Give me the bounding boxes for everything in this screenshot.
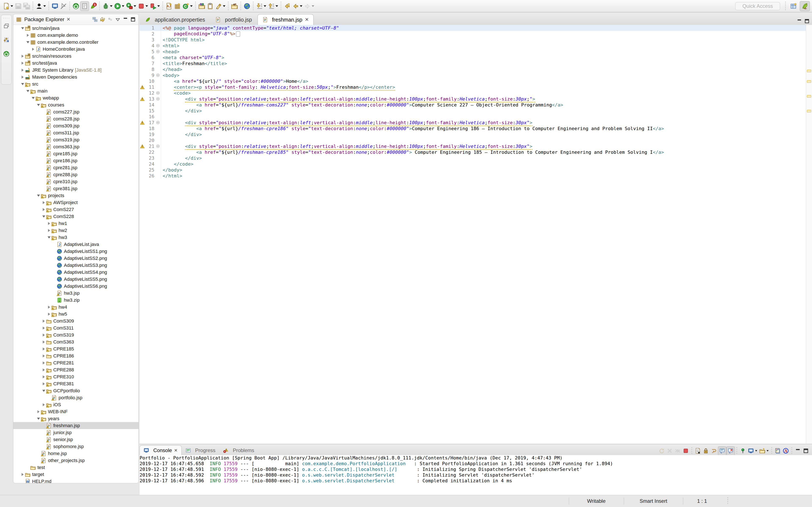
tree-item-src[interactable]: src [13, 80, 139, 88]
tree-collapsed-icon[interactable] [42, 361, 46, 364]
tree-item-HELP.md[interactable]: WHELP.md [13, 478, 139, 483]
tree-item-home.jsp[interactable]: home.jsp [13, 450, 139, 457]
relaunch-dropdown-icon[interactable] [157, 5, 160, 7]
tree-item-target[interactable]: target [13, 471, 139, 478]
viewmenu-icon[interactable] [114, 16, 121, 23]
wrap-button[interactable] [710, 447, 718, 455]
tree-expanded-icon[interactable] [20, 83, 25, 85]
user-dropdown-icon[interactable] [43, 5, 46, 7]
tree-collapsed-icon[interactable] [47, 306, 51, 308]
fold-collapse-icon[interactable] [155, 49, 161, 55]
tree-item-GCPportfolio[interactable]: GCPportfolio [13, 387, 139, 394]
console-tab-Problems[interactable]: Problems [219, 446, 258, 455]
tree-item-AdaptiveListSS5.png[interactable]: AdaptiveListSS5.png [13, 276, 139, 283]
clipboard-button[interactable] [206, 1, 214, 11]
tree-collapsed-icon[interactable] [42, 382, 46, 385]
highlighter-button[interactable] [214, 1, 223, 11]
power-button[interactable] [72, 1, 80, 11]
tree-expanded-icon[interactable] [42, 216, 46, 218]
tree-expanded-icon[interactable] [31, 97, 36, 99]
tree-item-cpre381.jsp[interactable]: cpre381.jsp [13, 185, 139, 192]
collapse-all-icon[interactable] [91, 16, 99, 23]
back-button[interactable] [291, 1, 300, 11]
tree-item-coms319.jsp[interactable]: coms319.jsp [13, 136, 139, 143]
drag-handle-icon[interactable]: ···· [3, 17, 10, 19]
fold-collapse-icon[interactable] [155, 72, 161, 78]
stop-dropdown-icon[interactable] [146, 5, 148, 7]
tree-collapsed-icon[interactable] [42, 376, 46, 378]
tree-item-AdaptiveListSS1.png[interactable]: AdaptiveListSS1.png [13, 248, 139, 255]
tree-item-CPRE185[interactable]: CPRE185 [13, 345, 139, 352]
persp-spring-button[interactable] [800, 1, 810, 11]
project-tree[interactable]: src/main/javacom.example.democom.example… [13, 25, 139, 483]
tree-item-cpre185.jsp[interactable]: cpre185.jsp [13, 150, 139, 157]
tree-item-hw5[interactable]: hw5 [13, 311, 139, 318]
boot-view-button[interactable] [2, 50, 11, 58]
restore-view-button[interactable] [2, 22, 11, 30]
editor-minimize-icon[interactable] [796, 17, 803, 25]
tree-item-JRE System Library[interactable]: JRE System Library[JavaSE-1.8] [13, 66, 139, 73]
import-button[interactable] [230, 1, 239, 11]
warning-marker[interactable] [807, 70, 811, 72]
tree-item-AdaptiveListSS6.png[interactable]: AdaptiveListSS6.png [13, 283, 139, 290]
close-tab-icon[interactable]: ✕ [174, 448, 177, 453]
editor-tab-portfolio.jsp[interactable]: portfolio.jsp [211, 14, 257, 25]
tree-item-years[interactable]: years [13, 415, 139, 422]
tree-collapsed-icon[interactable] [47, 313, 51, 316]
view-title[interactable]: Package Explorer [24, 16, 64, 22]
tree-item-hw3.jsp[interactable]: hw3.jsp [13, 290, 139, 297]
ansi-button[interactable]: A [782, 447, 790, 455]
quick-access-button[interactable]: Quick Access [735, 2, 780, 10]
tree-item-ComS228[interactable]: ComS228 [13, 213, 139, 220]
code-editor[interactable]: 1<%@ page language="java" contentType="t… [140, 25, 812, 444]
tree-item-webapp[interactable]: webapp [13, 95, 139, 101]
tree-collapsed-icon[interactable] [42, 354, 46, 357]
tree-expanded-icon[interactable] [42, 390, 46, 392]
open-console-dropdown-icon[interactable] [767, 450, 769, 451]
close-tab-icon[interactable]: ✕ [305, 17, 309, 22]
forward-dropdown-icon[interactable] [312, 5, 314, 7]
tree-collapsed-icon[interactable] [42, 403, 46, 406]
tree-collapsed-icon[interactable] [42, 341, 46, 343]
tree-collapsed-icon[interactable] [42, 208, 46, 211]
maximize-icon[interactable] [129, 16, 137, 23]
tree-item-CPRE310[interactable]: CPRE310 [13, 373, 139, 380]
tree-item-coms311.jsp[interactable]: coms311.jsp [13, 129, 139, 136]
new-button[interactable] [2, 1, 11, 11]
tree-expanded-icon[interactable] [36, 418, 41, 420]
warning-marker[interactable] [807, 80, 811, 83]
highlighter-dropdown-icon[interactable] [223, 5, 225, 7]
show-stderr-button[interactable] [726, 446, 735, 455]
next-annotation-dropdown-icon[interactable] [264, 5, 266, 7]
open-console-button[interactable] [758, 447, 766, 455]
last-edit-button[interactable] [283, 1, 291, 11]
tree-expanded-icon[interactable] [26, 90, 30, 92]
tree-item-hw4[interactable]: hw4 [13, 303, 139, 311]
fold-collapse-icon[interactable] [155, 120, 161, 125]
tree-item-cpre310.jsp[interactable]: cpre310.jsp [13, 178, 139, 185]
fold-collapse-icon[interactable] [155, 90, 161, 96]
stop-button[interactable] [137, 1, 146, 11]
tree-collapsed-icon[interactable] [42, 334, 46, 337]
tree-expanded-icon[interactable] [47, 236, 51, 238]
tree-item-cpre288.jsp[interactable]: cpre288.jsp [13, 171, 139, 178]
tree-collapsed-icon[interactable] [20, 76, 25, 78]
tree-item-senior.jsp[interactable]: senior.jsp [13, 436, 139, 443]
tree-item-ComS309[interactable]: ComS309 [13, 318, 139, 325]
focus-icon[interactable] [106, 16, 114, 23]
clear-button[interactable] [694, 447, 702, 455]
pin-button[interactable] [739, 447, 747, 455]
tree-collapsed-icon[interactable] [47, 222, 51, 225]
tree-item-other_projects.jsp[interactable]: other_projects.jsp [13, 457, 139, 464]
tree-collapsed-icon[interactable] [42, 347, 46, 350]
tree-item-HomeController.java[interactable]: JHomeController.java [13, 46, 139, 53]
persp-jee-button[interactable] [789, 1, 799, 11]
maximize-button[interactable] [802, 447, 810, 455]
fold-collapse-icon[interactable] [155, 43, 161, 49]
show-stdout-button[interactable] [718, 446, 726, 455]
tree-item-test[interactable]: test [13, 464, 139, 471]
profile-button[interactable] [125, 1, 134, 11]
tree-item-CPRE381[interactable]: CPRE381 [13, 380, 139, 387]
tree-collapsed-icon[interactable] [20, 69, 25, 72]
new-class-button[interactable]: C [182, 1, 190, 11]
